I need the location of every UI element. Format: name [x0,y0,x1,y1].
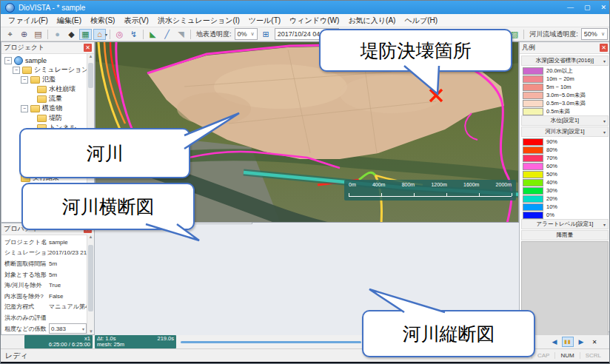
menu-item[interactable]: 編集(E) [53,14,86,27]
tree-item[interactable]: −構造物 [1,104,94,113]
legend-swatch [523,179,543,186]
polygon-icon[interactable]: ◥ [175,29,187,40]
pause-button[interactable]: ▮▮ [562,337,574,347]
property-value[interactable]: 0.383▾ [49,323,87,334]
sphere-icon[interactable]: ● [51,29,64,40]
properties-panel: プロパティ ✕ プロジェクト名sampleシミュレーション開2017/10/23… [1,223,95,335]
legend-panel: 凡例 ✕ 水深[国交省標準(2016)]▾20.0m以上10m ~ 20m5m … [519,41,610,332]
property-label: プロジェクト名 [4,238,49,246]
callout-breach: 堤防決壊箇所 [319,29,512,72]
close-window-button[interactable]: ✕ [600,4,606,11]
river-opacity-select[interactable]: 50% ∨ [581,28,608,40]
legend-swatch [523,75,543,83]
legend-item: 10m ~ 20m [521,75,609,83]
tree-item[interactable]: 堤防 [1,113,94,123]
minimize-button[interactable]: — [567,4,574,11]
draw-line-icon[interactable]: ╱ [161,29,173,40]
collapse-toggle-icon[interactable]: − [21,105,28,112]
callout-river: 河川 [19,128,190,178]
route-icon[interactable]: ↯ [127,29,140,40]
menu-item[interactable]: ツール(T) [244,14,285,27]
sim-mesh: mesh: 25m [97,342,174,348]
globe-icon [14,56,23,65]
area-chart-icon[interactable]: ◣ [147,29,159,40]
legend-section-header[interactable]: 水位[設定1]▾ [521,115,609,126]
menu-item[interactable]: ウィンドウ(W) [285,14,343,27]
link-icon[interactable]: ◎ [113,29,126,40]
menu-item[interactable]: ファイル(F) [4,14,53,27]
select-icon[interactable]: ▤ [32,29,44,40]
folder-icon [37,86,47,93]
property-row: 氾濫方程式マニュアル第4版 [4,302,87,313]
legend-item-label: 5m ~ 10m [546,84,572,90]
stop-button[interactable]: ✕ [589,337,600,347]
legend-swatch [523,155,543,162]
collapse-toggle-icon[interactable]: − [4,57,12,64]
legend-item-label: 70% [546,155,557,161]
legend-item: 0.5m~3.0m未満 [521,99,609,107]
property-label: シミュレーション開 [4,249,49,257]
legend-item-label: 90% [546,138,557,145]
legend-section-header[interactable]: 降雨量 [521,230,609,240]
tree-item[interactable]: −sample [1,55,94,65]
tree-item[interactable]: 水柱崩壊 [1,84,94,94]
scalebar-label: 800m [402,182,415,187]
property-label: 洪水のみの評価 [4,314,49,322]
menu-item[interactable]: 表示(V) [119,14,152,27]
legend-swatch [523,138,543,146]
surface-opacity-select[interactable]: 0% ∨ [235,28,258,40]
find-icon[interactable]: ⌖ [4,29,16,40]
step-back-button[interactable]: ◀ [549,337,560,347]
properties-scrollbar[interactable]: ▲▼ [87,235,94,334]
legend-swatch [523,195,543,203]
property-row: プロジェクト名sample [4,237,87,248]
folder-icon [30,105,40,112]
calendar-icon[interactable]: ⊞ [260,29,272,40]
property-label: 海/河川を除外 [4,281,49,289]
legend-item-label: 20% [546,195,557,202]
property-value: True [49,282,61,289]
legend-item-label: 40% [546,179,557,186]
scalebar-label: 0m [349,182,356,187]
legend-item: 0% [521,211,609,219]
property-value: sample [49,239,68,246]
legend-item-label: 80% [546,146,557,153]
maximize-button[interactable]: ▢ [584,4,591,11]
tree-item[interactable]: 流量 [1,94,94,104]
legend-section-header[interactable]: アラートレベル[設定1]▾ [521,219,609,229]
scalebar-label: 2000m [496,182,512,187]
legend-section-header[interactable]: 水深[国交省標準(2016)]▾ [521,55,609,66]
zoom-icon[interactable]: ⊕ [18,29,30,40]
legend-swatch [523,212,543,219]
terrain-icon[interactable]: ▦ [79,29,92,40]
toggle-spacer [29,115,35,121]
menu-item[interactable]: 検索(S) [86,14,119,27]
menu-item[interactable]: 洪水シミュレーション(I) [153,14,244,27]
close-icon[interactable]: ✕ [84,44,92,52]
home-icon[interactable]: ⌂ [93,29,106,40]
legend-section-title: 降雨量 [557,232,574,239]
legend-section-header[interactable]: 河川水深[設定1]▾ [521,127,609,137]
menu-item[interactable]: お気に入り(A) [343,14,400,27]
close-icon[interactable]: ✕ [600,44,608,52]
collapse-toggle-icon[interactable]: − [21,76,28,84]
property-value: 5m [49,260,57,267]
collapse-toggle-icon[interactable]: − [13,67,20,74]
titlebar[interactable]: DioVISTA - * sample — ▢ ✕ [1,1,610,14]
timeline-slider[interactable] [181,341,361,343]
toggle-spacer [29,96,35,102]
legend-section-title: アラートレベル[設定1] [537,220,594,228]
menu-item[interactable]: ヘルプ(H) [400,14,442,27]
property-label: 氾濫方程式 [4,303,49,311]
marker-icon[interactable]: ◆ [65,29,78,40]
playback-controls: ◀▮▮▶✕ [549,335,600,348]
callout-cross-section: 河川横断図 [21,183,195,230]
scalebar-label: 1200m [431,182,446,187]
legend-swatch [523,100,543,107]
legend-item: 3.0m~5.0m未満 [521,91,609,99]
tree-item[interactable]: −氾濫 [1,75,94,84]
surface-opacity-value: 0% [238,30,247,38]
play-button[interactable]: ▶ [575,337,587,347]
legend-item: 10% [521,203,609,211]
tree-item[interactable]: −シミュレーション条件 [1,65,94,75]
